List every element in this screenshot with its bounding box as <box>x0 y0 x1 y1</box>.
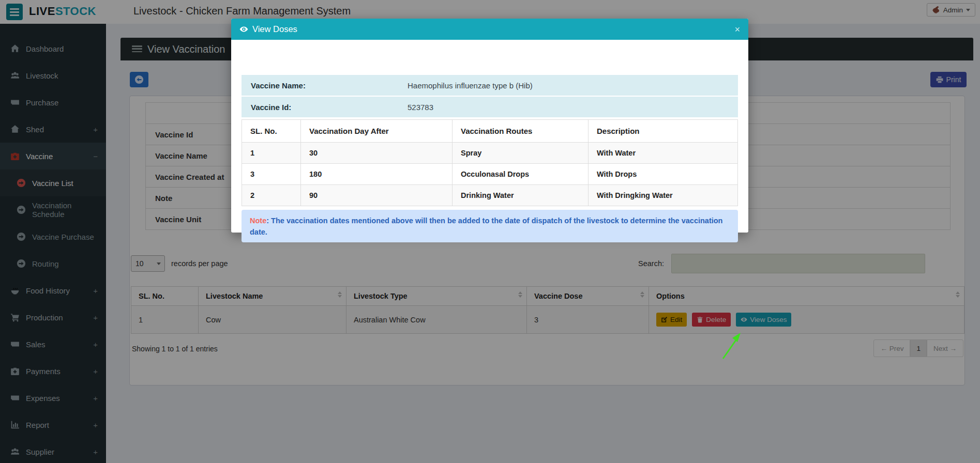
vaccination-note: Note: The vaccination dates mentioned ab… <box>242 210 738 242</box>
vaccine-id-label: Vaccine Id: <box>242 103 408 112</box>
dose-cell: Spray <box>453 143 589 164</box>
doses-header-day-after: Vaccination Day After <box>301 120 453 143</box>
table-header-row: SL. No. Vaccination Day After Vaccinatio… <box>242 120 738 143</box>
modal-title: View Doses <box>252 24 297 34</box>
modal-header: View Doses × <box>231 19 748 40</box>
doses-table: SL. No. Vaccination Day After Vaccinatio… <box>242 119 738 206</box>
table-row: 3 180 Occulonasal Drops With Drops <box>242 164 738 185</box>
note-text: : The vaccination dates mentioned above … <box>250 217 722 236</box>
note-label: Note <box>250 217 266 225</box>
table-row: 1 30 Spray With Water <box>242 143 738 164</box>
dose-cell: Drinking Water <box>453 185 589 206</box>
eye-icon <box>239 25 248 34</box>
vaccine-id-value: 523783 <box>408 103 433 112</box>
vaccine-id-row: Vaccine Id: 523783 <box>242 97 738 117</box>
modal-close-button[interactable]: × <box>734 25 740 34</box>
dose-cell: 90 <box>301 185 453 206</box>
dose-cell: With Dringking Water <box>589 185 738 206</box>
doses-header-sl-no: SL. No. <box>242 120 301 143</box>
view-doses-modal: View Doses × Vaccine Name: Haemophilus i… <box>231 19 748 233</box>
annotation-arrow <box>714 325 750 366</box>
dose-cell: 1 <box>242 143 301 164</box>
vaccine-name-value: Haemophilus influenzae type b (Hib) <box>408 81 533 90</box>
app-root: LIVESTOCK Livestock - Chicken Farm Manag… <box>0 0 980 463</box>
dose-cell: 30 <box>301 143 453 164</box>
vaccine-name-label: Vaccine Name: <box>242 81 408 90</box>
dose-cell: Occulonasal Drops <box>453 164 589 185</box>
vaccine-name-row: Vaccine Name: Haemophilus influenzae typ… <box>242 75 738 96</box>
table-row: 2 90 Drinking Water With Dringking Water <box>242 185 738 206</box>
doses-header-routes: Vaccination Routes <box>453 120 589 143</box>
dose-cell: 2 <box>242 185 301 206</box>
doses-header-description: Description <box>589 120 738 143</box>
dose-cell: With Drops <box>589 164 738 185</box>
dose-cell: 3 <box>242 164 301 185</box>
dose-cell: With Water <box>589 143 738 164</box>
dose-cell: 180 <box>301 164 453 185</box>
